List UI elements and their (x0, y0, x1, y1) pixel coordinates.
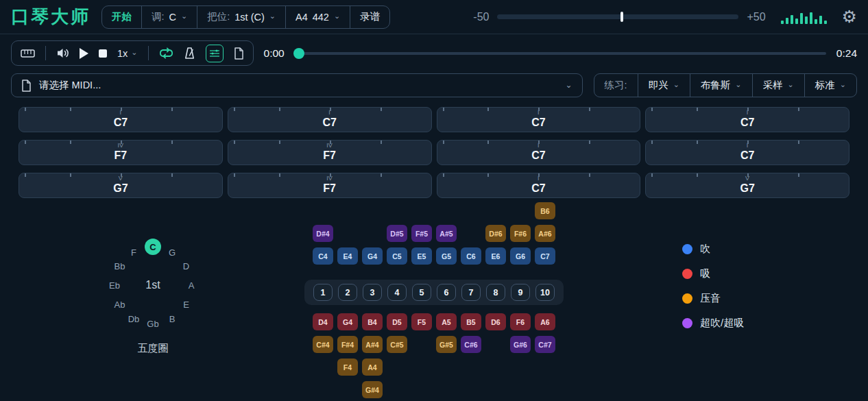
note-C6[interactable]: C6 (461, 247, 481, 265)
circle-note-Ab[interactable]: Ab (114, 300, 125, 310)
practice-dropdown-3[interactable]: 标准⌄ (804, 74, 856, 97)
circle-note-Gb[interactable]: Gb (147, 319, 158, 329)
tab-view-icon[interactable] (206, 45, 224, 62)
note-A#5[interactable]: A#5 (436, 225, 457, 242)
note-F4[interactable]: F4 (337, 359, 358, 376)
hole-6[interactable]: 6 (437, 284, 456, 301)
hole-8[interactable]: 8 (486, 284, 505, 301)
practice-dropdown-2[interactable]: 采样⌄ (752, 74, 804, 97)
pitch-select[interactable]: A4 442 ⌄ (285, 6, 350, 28)
note-F#6[interactable]: F#6 (510, 225, 531, 242)
chord-cell-C7[interactable]: IC7 (645, 140, 849, 165)
note-A#6[interactable]: A#6 (535, 225, 555, 242)
chord-cell-G7[interactable]: VG7 (645, 173, 849, 198)
detune-slider[interactable] (497, 14, 738, 19)
chord-cell-F7[interactable]: IVF7 (228, 173, 432, 198)
note-E4[interactable]: E4 (337, 247, 358, 265)
speed-select[interactable]: 1x ⌄ (117, 48, 138, 59)
circle-note-B[interactable]: B (169, 313, 176, 324)
note-F6[interactable]: F6 (510, 313, 531, 330)
start-button[interactable]: 开始 (102, 6, 141, 28)
note-C7[interactable]: C7 (535, 247, 555, 265)
chord-cell-F7[interactable]: IVF7 (228, 140, 432, 165)
speaker-icon[interactable] (56, 47, 69, 59)
stop-button[interactable] (99, 49, 107, 58)
chord-cell-F7[interactable]: IVF7 (19, 140, 223, 165)
circle-note-D[interactable]: D (183, 261, 189, 271)
note-G#5[interactable]: G#5 (436, 336, 457, 353)
note-D#4[interactable]: D#4 (313, 225, 333, 242)
note-G4[interactable]: G4 (337, 313, 358, 330)
metronome-icon[interactable] (184, 47, 195, 60)
note-F#5[interactable]: F#5 (411, 225, 432, 242)
note-F5[interactable]: F5 (411, 313, 432, 330)
circle-note-G[interactable]: G (169, 247, 176, 257)
circle-note-F[interactable]: F (131, 247, 136, 257)
note-A6[interactable]: A6 (535, 313, 555, 330)
hole-5[interactable]: 5 (412, 284, 431, 301)
circle-note-Eb[interactable]: Eb (109, 280, 120, 291)
hole-9[interactable]: 9 (511, 284, 530, 301)
note-D4[interactable]: D4 (313, 313, 333, 330)
circle-note-A[interactable]: A (189, 280, 195, 291)
note-D#5[interactable]: D#5 (387, 225, 407, 242)
circle-note-C[interactable]: C (145, 239, 161, 255)
hole-2[interactable]: 2 (338, 284, 357, 301)
note-E6[interactable]: E6 (485, 247, 506, 265)
note-D5[interactable]: D5 (387, 313, 407, 330)
play-button[interactable] (80, 48, 88, 59)
circle-note-E[interactable]: E (183, 300, 189, 310)
note-D#6[interactable]: D#6 (485, 225, 506, 242)
note-F#4[interactable]: F#4 (337, 336, 358, 353)
note-G#6[interactable]: G#6 (510, 336, 531, 353)
chord-cell-G7[interactable]: VG7 (19, 173, 223, 198)
position-select[interactable]: 把位: 1st (C) ⌄ (197, 6, 285, 28)
note-A5[interactable]: A5 (436, 313, 457, 330)
chord-cell-C7[interactable]: IC7 (437, 140, 641, 165)
note-C#7[interactable]: C#7 (535, 336, 555, 353)
note-C4[interactable]: C4 (313, 247, 333, 265)
loop-icon[interactable] (159, 47, 173, 59)
circle-note-Db[interactable]: Db (128, 313, 140, 324)
chord-cell-C7[interactable]: IC7 (437, 107, 641, 132)
chord-name: C7 (114, 116, 128, 129)
note-G5[interactable]: G5 (436, 247, 457, 265)
note-C#6[interactable]: C#6 (461, 336, 481, 353)
note-B5[interactable]: B5 (461, 313, 481, 330)
record-score-button[interactable]: 录谱 (350, 6, 389, 28)
note-B6[interactable]: B6 (535, 202, 555, 219)
note-G6[interactable]: G6 (510, 247, 531, 265)
chord-cell-C7[interactable]: IC7 (228, 107, 432, 132)
chord-cell-C7[interactable]: IC7 (645, 107, 849, 132)
note-C5[interactable]: C5 (387, 247, 407, 265)
progress-track (295, 52, 826, 55)
note-B4[interactable]: B4 (362, 313, 383, 330)
note-C#5[interactable]: C#5 (387, 336, 407, 353)
midi-file-select[interactable]: 请选择 MIDI... ⌄ (11, 73, 583, 97)
sheet-music-icon[interactable] (234, 47, 244, 60)
hole-3[interactable]: 3 (363, 284, 382, 301)
chord-cell-C7[interactable]: IC7 (437, 173, 641, 198)
practice-dropdown-0[interactable]: 即兴⌄ (638, 74, 690, 97)
hole-4[interactable]: 4 (387, 284, 407, 301)
circle-note-Bb[interactable]: Bb (114, 261, 125, 271)
note-D6[interactable]: D6 (485, 313, 506, 330)
midi-keyboard-icon[interactable] (21, 48, 35, 59)
note-G4[interactable]: G4 (362, 247, 383, 265)
hole-1[interactable]: 1 (313, 284, 333, 301)
detune-slider-handle[interactable] (620, 12, 623, 22)
key-select[interactable]: 调: C ⌄ (141, 6, 197, 28)
hole-7[interactable]: 7 (461, 284, 481, 301)
note-A4[interactable]: A4 (362, 359, 383, 376)
note-G#4[interactable]: G#4 (362, 381, 383, 398)
chord-cell-C7[interactable]: IC7 (19, 107, 223, 132)
note-A#4[interactable]: A#4 (362, 336, 383, 353)
progress-slider[interactable] (295, 48, 826, 59)
progress-handle[interactable] (293, 48, 304, 59)
beat-tick (487, 173, 489, 177)
hole-10[interactable]: 10 (535, 284, 555, 301)
note-E5[interactable]: E5 (411, 247, 432, 265)
practice-dropdown-1[interactable]: 布鲁斯⌄ (690, 74, 752, 97)
settings-gear-icon[interactable]: ⚙ (842, 8, 857, 25)
note-C#4[interactable]: C#4 (313, 336, 333, 353)
